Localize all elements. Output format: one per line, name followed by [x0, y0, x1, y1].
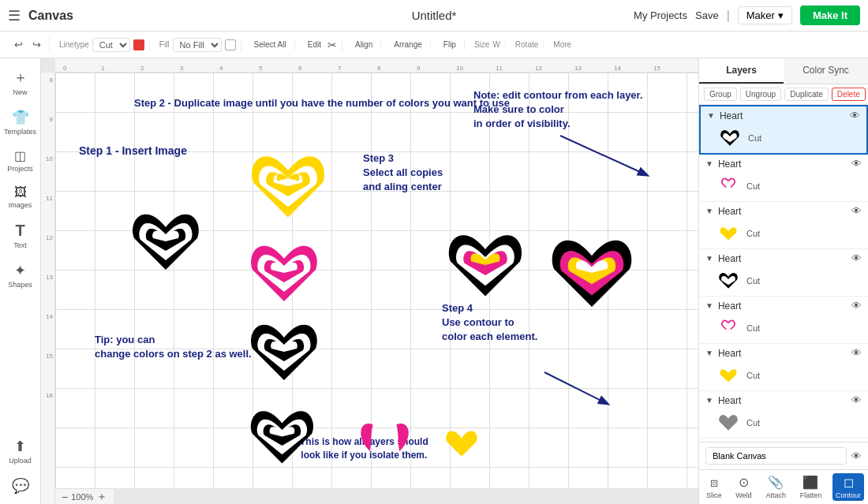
sidebar-item-templates[interactable]: 👕 Templates — [2, 104, 39, 140]
align-button[interactable]: Align — [352, 39, 376, 50]
sidebar-item-images[interactable]: 🖼 Images — [2, 181, 39, 214]
more-group: More — [548, 40, 576, 49]
images-icon: 🖼 — [14, 185, 27, 200]
layer-arrow-3: ▼ — [705, 207, 713, 215]
layer-name-5: Heart — [718, 301, 847, 312]
layers-list: ▼ Heart 👁 Cut ▼ — [699, 105, 868, 442]
sidebar-item-projects[interactable]: ◫ Projects — [2, 144, 39, 177]
layer-cut-3: Cut — [746, 229, 760, 238]
heart-step4-result — [544, 230, 639, 317]
layer-sub-6: Cut — [699, 362, 868, 390]
ruler-horizontal: 0 1 2 3 4 5 6 7 8 9 10 11 12 13 14 15 — [55, 58, 698, 73]
panel-bottom: Blank Canvas 👁 — [699, 442, 868, 469]
layer-item-3[interactable]: ▼ Heart 👁 Cut — [699, 202, 868, 249]
delete-layer-button[interactable]: Delete — [832, 88, 866, 101]
divider: | — [727, 9, 730, 23]
maker-arrow-icon: ▾ — [778, 9, 784, 21]
hamburger-icon[interactable]: ☰ — [8, 7, 21, 24]
blank-canvas-eye[interactable]: 👁 — [851, 450, 862, 462]
canvas-area[interactable]: 0 1 2 3 4 5 6 7 8 9 10 11 12 13 14 15 8 … — [41, 58, 698, 504]
zoom-out-button[interactable]: − — [62, 491, 68, 503]
layer-eye-4[interactable]: 👁 — [851, 252, 862, 264]
sidebar-item-new[interactable]: ＋ New — [2, 63, 39, 101]
slice-icon: ⧇ — [710, 476, 718, 490]
text-label: Text — [13, 241, 27, 249]
save-button[interactable]: Save — [695, 9, 719, 21]
zoom-in-button[interactable]: ＋ — [96, 490, 107, 504]
layer-thumb-5 — [716, 316, 740, 340]
layer-cut-2: Cut — [746, 181, 760, 191]
ruler-vertical: 8 9 10 11 12 13 14 15 16 — [41, 73, 55, 504]
edit-button[interactable]: Edit — [305, 39, 324, 50]
heart-row2-black — [245, 317, 324, 388]
sidebar-item-text[interactable]: T Text — [2, 217, 39, 254]
ungroup-button[interactable]: Ungroup — [740, 88, 781, 101]
fill-group: Fill No Fill — [155, 38, 241, 52]
layer-item-4[interactable]: ▼ Heart 👁 Cut — [699, 249, 868, 297]
redo-button[interactable]: ↪ — [29, 37, 44, 52]
layer-header-6: ▼ Heart 👁 — [699, 344, 868, 362]
flatten-icon: ⬛ — [803, 475, 818, 490]
tab-layers[interactable]: Layers — [699, 58, 784, 84]
layer-eye-7[interactable]: 👁 — [851, 394, 862, 406]
layer-name-1: Heart — [720, 110, 845, 121]
arrange-button[interactable]: Arrange — [391, 39, 425, 50]
layer-item-6[interactable]: ▼ Heart 👁 Cut — [699, 344, 868, 391]
flatten-label: Flatten — [800, 491, 822, 499]
tab-color-sync[interactable]: Color Sync — [784, 58, 868, 84]
layer-arrow-2: ▼ — [705, 159, 713, 168]
flatten-button[interactable]: ⬛ Flatten — [797, 473, 825, 501]
sidebar-item-upload[interactable]: ⬆ Upload — [2, 433, 39, 469]
layer-sub-1: Cut — [701, 125, 866, 153]
chat-icon: 💬 — [12, 477, 29, 495]
layer-cut-4: Cut — [746, 276, 760, 286]
layer-item-1[interactable]: ▼ Heart 👁 Cut — [699, 105, 868, 155]
layer-eye-1[interactable]: 👁 — [850, 110, 860, 121]
layer-header-5: ▼ Heart 👁 — [699, 297, 868, 315]
topbar: ☰ Canvas Untitled* My Projects Save | Ma… — [0, 0, 868, 32]
step3-annotation: Step 3Select all copiesand aling center — [363, 151, 443, 195]
contour-button[interactable]: ◻ Contour — [832, 473, 864, 501]
heart-step1 — [126, 207, 205, 278]
layer-eye-6[interactable]: 👁 — [851, 347, 862, 359]
layer-item-5[interactable]: ▼ Heart 👁 Cut — [699, 297, 868, 344]
step2-annotation: Step 2 - Duplicate image until you have … — [134, 96, 510, 110]
blank-canvas-button[interactable]: Blank Canvas — [705, 447, 847, 465]
layer-eye-5[interactable]: 👁 — [851, 300, 862, 312]
edit-group: Edit ✂ — [300, 39, 342, 51]
heart-step3-multicolor — [442, 226, 529, 305]
maker-label: Maker — [746, 9, 775, 21]
layer-cut-5: Cut — [746, 323, 760, 333]
make-it-button[interactable]: Make It — [800, 6, 860, 25]
left-sidebar: ＋ New 👕 Templates ◫ Projects 🖼 Images T … — [0, 58, 41, 504]
w-label: W — [492, 40, 499, 49]
layer-eye-2[interactable]: 👁 — [851, 158, 862, 170]
slice-button[interactable]: ⧇ Slice — [703, 474, 725, 501]
undo-button[interactable]: ↩ — [11, 37, 26, 52]
slice-label: Slice — [706, 491, 722, 499]
group-button[interactable]: Group — [704, 88, 737, 101]
my-projects-button[interactable]: My Projects — [634, 9, 687, 21]
maker-button[interactable]: Maker ▾ — [738, 6, 792, 24]
weld-button[interactable]: ⊙ Weld — [732, 473, 754, 501]
linetype-select[interactable]: Cut — [92, 38, 130, 52]
projects-label: Projects — [7, 165, 33, 173]
layer-item-7[interactable]: ▼ Heart 👁 Cut — [699, 391, 868, 439]
attach-button[interactable]: 📎 Attach — [762, 473, 789, 501]
sidebar-item-chat[interactable]: 💬 — [2, 472, 39, 499]
sidebar-item-shapes[interactable]: ✦ Shapes — [2, 257, 39, 293]
flip-button[interactable]: Flip — [440, 39, 459, 50]
fill-label: Fill — [159, 40, 170, 49]
linetype-group: Linetype Cut — [54, 38, 150, 52]
linetype-label: Linetype — [59, 40, 89, 49]
fill-select[interactable]: No Fill — [173, 38, 222, 52]
right-panel: Layers Color Sync Group Ungroup Duplicat… — [698, 58, 868, 504]
images-label: Images — [9, 201, 32, 209]
duplicate-layer-button[interactable]: Duplicate — [784, 88, 829, 101]
select-all-button[interactable]: Select All — [251, 39, 290, 50]
layer-item-2[interactable]: ▼ Heart 👁 Cut — [699, 155, 868, 202]
layer-eye-3[interactable]: 👁 — [851, 205, 862, 217]
layer-cut-7: Cut — [746, 418, 760, 427]
heart-isolated-pink — [355, 412, 414, 467]
upload-icon: ⬆ — [14, 438, 26, 455]
